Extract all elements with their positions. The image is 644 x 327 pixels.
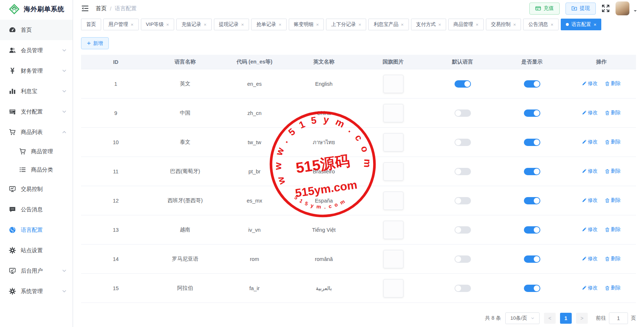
tab-home[interactable]: 首页 (81, 19, 101, 30)
tab-language-config[interactable]: 语言配置 × (561, 19, 602, 30)
next-page-button[interactable]: > (576, 313, 588, 324)
tab-label: 支付方式 (416, 21, 436, 28)
tab-label: 交易控制 (491, 21, 511, 28)
fullscreen-icon[interactable] (602, 4, 610, 12)
recharge-button[interactable]: 充值 (529, 3, 560, 15)
delete-button[interactable]: 删除 (605, 226, 621, 233)
tab-announcement[interactable]: 公告消息 × (523, 19, 559, 30)
sidebar-item-product-category[interactable]: 商品分类 (0, 161, 73, 179)
tab-withdraw-record[interactable]: 提现记录 × (214, 19, 249, 30)
tab-recharge-record[interactable]: 充值记录 × (176, 19, 212, 30)
close-icon[interactable]: × (241, 22, 244, 27)
sidebar-item-label: 商品管理 (31, 148, 53, 155)
withdraw-button[interactable]: 提现 (566, 3, 596, 15)
collapse-sidebar-icon[interactable] (81, 4, 89, 12)
close-icon[interactable]: × (476, 22, 479, 27)
table-row: 12 西班牙(墨西哥) es_mx España 修改 删除 (81, 186, 636, 215)
default-language-toggle[interactable] (455, 285, 471, 292)
visible-toggle[interactable] (524, 285, 540, 292)
edit-button[interactable]: 修改 (582, 285, 598, 291)
visible-toggle[interactable] (524, 197, 540, 204)
sidebar-item-system-manage[interactable]: 系统管理 (0, 281, 73, 301)
default-language-toggle[interactable] (455, 139, 471, 146)
cell-id: 14 (81, 245, 150, 274)
breadcrumb-root[interactable]: 首页 (96, 5, 107, 12)
visible-toggle[interactable] (524, 226, 540, 234)
prev-page-button[interactable]: < (544, 313, 556, 324)
chevron-down-icon[interactable] (633, 9, 637, 13)
delete-button[interactable]: 删除 (605, 285, 621, 291)
close-icon[interactable]: × (513, 22, 516, 27)
tab-label: 公告消息 (528, 21, 548, 28)
default-language-toggle[interactable] (455, 109, 471, 117)
default-language-toggle[interactable] (455, 197, 471, 204)
goto-page-input[interactable] (609, 312, 628, 324)
delete-button[interactable]: 删除 (605, 255, 621, 262)
close-icon[interactable]: × (594, 22, 597, 27)
sidebar-item-label: 公告消息 (21, 206, 43, 213)
close-icon[interactable]: × (359, 22, 361, 27)
sidebar-item-language-config[interactable]: 语言配置 (0, 220, 73, 240)
sidebar-item-label: 利息宝 (21, 88, 37, 95)
default-language-toggle[interactable] (455, 255, 471, 263)
close-icon[interactable]: × (438, 22, 441, 27)
tab-product-manage[interactable]: 商品管理 × (448, 19, 484, 30)
sidebar-item-members[interactable]: 会员管理 (0, 40, 73, 61)
tab-lixibao-product[interactable]: 利息宝产品 × (368, 19, 409, 30)
tab-vip-level[interactable]: VIP等级 × (141, 19, 174, 30)
visible-toggle[interactable] (524, 80, 540, 88)
sidebar-item-finance[interactable]: 财务管理 (0, 61, 73, 81)
sidebar-item-product-manage[interactable]: 商品管理 (0, 142, 73, 161)
trash-icon (605, 111, 610, 115)
globe-icon (9, 226, 16, 234)
close-icon[interactable]: × (401, 22, 404, 27)
sidebar-item-product-list[interactable]: 商品列表 (0, 122, 73, 142)
sidebar-item-label: 系统管理 (21, 288, 43, 295)
default-language-toggle[interactable] (455, 80, 471, 88)
tab-trade-control[interactable]: 交易控制 × (486, 19, 521, 30)
cell-code: tw_tw (220, 128, 289, 157)
visible-toggle[interactable] (524, 168, 540, 175)
edit-button[interactable]: 修改 (582, 226, 598, 233)
close-icon[interactable]: × (316, 22, 319, 27)
close-icon[interactable]: × (279, 22, 281, 27)
table-row: 13 越南 iv_vn Tiếng Việt 修改 删除 (81, 215, 636, 245)
close-icon[interactable]: × (204, 22, 207, 27)
default-language-toggle[interactable] (455, 226, 471, 234)
tab-updown-record[interactable]: 上下分记录 × (326, 19, 366, 30)
sidebar-item-lixibao[interactable]: 利息宝 (0, 81, 73, 101)
tab-pay-method[interactable]: 支付方式 × (411, 19, 446, 30)
sidebar-item-admin-users[interactable]: 后台用户 (0, 261, 73, 281)
tab-grab-record[interactable]: 抢单记录 × (251, 19, 287, 30)
delete-button[interactable]: 删除 (605, 197, 621, 204)
current-page-button[interactable]: 1 (560, 313, 572, 324)
visible-toggle[interactable] (524, 255, 540, 263)
sidebar-item-trade-control[interactable]: 交易控制 (0, 179, 73, 199)
edit-button[interactable]: 修改 (582, 168, 598, 174)
goto-suffix: 页 (631, 315, 636, 322)
add-button[interactable]: 新增 (81, 37, 109, 49)
default-language-toggle[interactable] (455, 168, 471, 175)
tab-user-manage[interactable]: 用户管理 × (103, 19, 139, 30)
edit-button[interactable]: 修改 (582, 197, 598, 204)
delete-button[interactable]: 删除 (605, 109, 621, 116)
close-icon[interactable]: × (166, 22, 169, 27)
edit-button[interactable]: 修改 (582, 255, 598, 262)
close-icon[interactable]: × (551, 22, 553, 27)
sidebar-item-home[interactable]: 首页 (0, 20, 73, 40)
avatar[interactable] (616, 1, 629, 15)
close-icon[interactable]: × (131, 22, 134, 27)
delete-button[interactable]: 删除 (605, 168, 621, 174)
sidebar-item-site-settings[interactable]: 站点设置 (0, 240, 73, 261)
sidebar-item-announcement[interactable]: 公告消息 (0, 199, 73, 220)
edit-button[interactable]: 修改 (582, 80, 598, 87)
delete-button[interactable]: 删除 (605, 139, 621, 145)
edit-button[interactable]: 修改 (582, 109, 598, 116)
edit-button[interactable]: 修改 (582, 139, 598, 145)
visible-toggle[interactable] (524, 109, 540, 117)
page-size-select[interactable]: 10条/页 (505, 312, 540, 324)
visible-toggle[interactable] (524, 139, 540, 146)
tab-balance-detail[interactable]: 账变明细 × (289, 19, 324, 30)
delete-button[interactable]: 删除 (605, 80, 621, 87)
sidebar-item-pay-config[interactable]: 支付配置 (0, 101, 73, 122)
